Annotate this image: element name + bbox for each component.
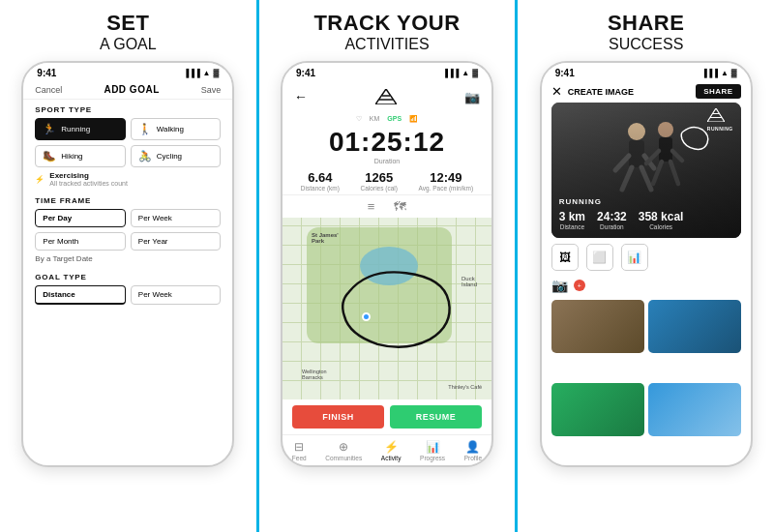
share-running-image: RUNNING RUNNING 3 km Distance — [551, 103, 741, 238]
share-stats-overlay: RUNNING 3 km Distance 24:32 Duration 358… — [551, 190, 741, 238]
profile-icon: 👤 — [465, 440, 480, 454]
share-running-label: RUNNING — [559, 197, 733, 206]
sport-walking[interactable]: 🚶 Walking — [131, 118, 222, 140]
chart-format-icon[interactable]: 📊 — [621, 244, 648, 271]
thumbnail-4[interactable] — [648, 383, 741, 436]
svg-marker-0 — [375, 89, 397, 104]
share-thumbnails — [542, 296, 751, 465]
battery-icon-3: ▓ — [731, 69, 737, 77]
status-time-1: 9:41 — [37, 68, 56, 78]
running-icon: 🏃 — [43, 123, 56, 135]
stat-distance-value: 6.64 — [301, 170, 340, 185]
goal-type-per-week[interactable]: Per Week — [131, 285, 222, 305]
share-img-stats: 3 km Distance 24:32 Duration 358 kcal Ca… — [559, 210, 733, 230]
sport-running-label: Running — [61, 125, 90, 133]
stat-calories: 1265 Calories (cal) — [361, 170, 398, 192]
sport-running[interactable]: 🏃 Running — [35, 118, 126, 140]
nav-feed[interactable]: ⊟ Feed — [292, 440, 307, 461]
share-stat-calories: 358 kcal Calories — [639, 210, 684, 230]
list-icon[interactable]: ≡ — [368, 199, 375, 214]
adidas-logo-svg — [375, 89, 397, 104]
back-icon[interactable]: ← — [294, 89, 308, 104]
map-view-icon[interactable]: 🗺 — [394, 199, 406, 214]
track-stats: 6.64 Distance (km) 1265 Calories (cal) 1… — [283, 167, 491, 195]
status-bar-3: 9:41 ▐▐▐ ▲ ▓ — [542, 63, 751, 80]
signal-icon-3: ▐▐▐ — [701, 69, 718, 77]
track-timer: 01:25:12 — [283, 125, 491, 158]
finish-button[interactable]: FINISH — [292, 405, 384, 429]
timeframe-target-date[interactable]: By a Target Date — [23, 251, 232, 267]
timeframe-per-year[interactable]: Per Year — [131, 232, 222, 251]
share-format-icons: 🖼 ⬜ 📊 — [542, 238, 751, 275]
nav-communities[interactable]: ⊕ Communities — [325, 440, 362, 461]
square-format-icon[interactable]: ⬜ — [586, 244, 613, 271]
map-label-4: Thinley's Café — [448, 384, 482, 390]
heart-icon: ♡ — [356, 115, 362, 123]
share-duration-label: Duration — [597, 223, 627, 230]
communities-icon: ⊕ — [339, 440, 348, 454]
stat-distance: 6.64 Distance (km) — [301, 170, 340, 192]
phone-track: 9:41 ▐▐▐ ▲ ▓ ← 📷 ♡ KM GPS 📶 — [281, 61, 493, 467]
svg-marker-16 — [707, 108, 725, 122]
camera-add-icon[interactable]: 📷 — [551, 278, 568, 293]
stat-distance-label: Distance (km) — [301, 185, 340, 192]
share-stat-duration: 24:32 Duration — [597, 210, 627, 230]
resume-button[interactable]: RESUME — [390, 405, 482, 429]
feed-icon: ⊟ — [294, 440, 304, 454]
stat-pace-value: 12:49 — [419, 170, 474, 185]
goal-type-grid: Distance Per Week — [23, 285, 232, 305]
phone-share: 9:41 ▐▐▐ ▲ ▓ ✕ CREATE IMAGE SHARE — [540, 61, 753, 467]
wifi-icon: ▲ — [203, 69, 211, 77]
nav-feed-label: Feed — [292, 455, 307, 461]
panel1-heading-big: SET — [100, 12, 157, 35]
photo-format-icon[interactable]: 🖼 — [551, 244, 579, 271]
status-time-2: 9:41 — [296, 68, 315, 78]
timeframe-per-week[interactable]: Per Week — [131, 209, 222, 227]
map-label-2: DuckIsland — [461, 276, 477, 287]
panel-track-activities: TRACK YOUR ACTIVITIES 9:41 ▐▐▐ ▲ ▓ ← 📷 — [256, 0, 519, 532]
sport-exercising[interactable]: ⚡ Exercising All tracked activities coun… — [23, 167, 232, 191]
timeframe-per-day[interactable]: Per Day — [35, 209, 126, 227]
nav-communities-label: Communities — [325, 455, 362, 461]
status-bar-1: 9:41 ▐▐▐ ▲ ▓ — [23, 63, 232, 80]
exercising-label: Exercising — [49, 171, 128, 180]
thumbnail-3[interactable] — [551, 383, 644, 436]
duration-label: Duration — [283, 158, 491, 167]
nav-activity[interactable]: ⚡ Activity — [381, 440, 402, 461]
goal-type-distance[interactable]: Distance — [35, 285, 126, 305]
sport-walking-label: Walking — [157, 125, 184, 133]
panel2-heading: TRACK YOUR ACTIVITIES — [313, 12, 460, 53]
sport-cycling[interactable]: 🚴 Cycling — [131, 145, 222, 167]
share-duration-value: 24:32 — [597, 210, 627, 223]
save-button[interactable]: Save — [201, 85, 222, 95]
bottom-nav: ⊟ Feed ⊕ Communities ⚡ Activity 📊 Progre… — [283, 434, 491, 465]
stat-calories-value: 1265 — [361, 170, 398, 185]
camera-icon[interactable]: 📷 — [464, 90, 480, 104]
timeframe-per-month[interactable]: Per Month — [35, 232, 126, 251]
sport-grid: 🏃 Running 🚶 Walking 🥾 Hiking 🚴 Cycling — [23, 118, 232, 167]
track-gps-row: ♡ KM GPS 📶 — [283, 113, 491, 125]
track-map: St James'Park DuckIsland WellingtonBarra… — [283, 218, 491, 399]
cancel-button[interactable]: Cancel — [35, 85, 62, 95]
nav-progress-label: Progress — [420, 455, 445, 461]
thumbnail-2[interactable] — [648, 300, 741, 353]
nav-progress[interactable]: 📊 Progress — [420, 440, 445, 461]
battery-icon: ▓ — [213, 69, 219, 77]
panel2-heading-big: TRACK YOUR — [313, 12, 460, 35]
thumbnail-1[interactable] — [551, 300, 644, 353]
panel3-heading: SHARE SUCCESS — [608, 12, 685, 53]
exercising-icon: ⚡ — [35, 175, 45, 184]
share-button[interactable]: SHARE — [696, 84, 741, 99]
status-icons-2: ▐▐▐ ▲ ▓ — [442, 69, 478, 77]
share-stat-distance: 3 km Distance — [559, 210, 585, 230]
share-camera-row: 📷 + — [542, 275, 751, 296]
wifi-icon-3: ▲ — [721, 69, 729, 77]
track-header: ← 📷 — [283, 80, 491, 113]
battery-icon-2: ▓ — [472, 69, 478, 77]
sport-hiking[interactable]: 🥾 Hiking — [35, 145, 126, 167]
share-distance-label: Distance — [559, 223, 585, 230]
close-icon[interactable]: ✕ — [551, 84, 562, 99]
stat-pace-label: Avg. Pace (min/km) — [419, 185, 474, 192]
nav-profile[interactable]: 👤 Profile — [464, 440, 482, 461]
signal-icon: ▐▐▐ — [184, 69, 200, 77]
